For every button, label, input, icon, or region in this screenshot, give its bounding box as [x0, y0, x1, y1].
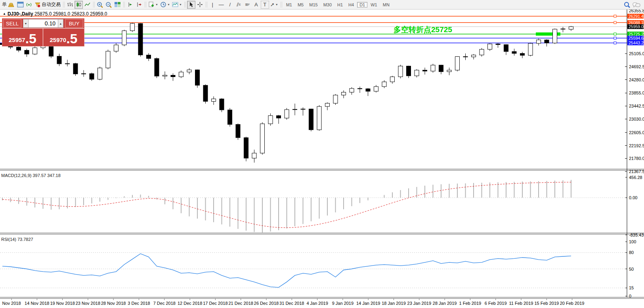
chart-window-button[interactable] [16, 1, 25, 9]
candlestick-button[interactable] [75, 1, 83, 9]
timeframe-M1[interactable]: M1 [284, 2, 294, 8]
date-label: 21 Dec 2018 [229, 301, 253, 306]
candle-body [317, 106, 321, 130]
search-button[interactable] [623, 1, 631, 9]
vertical-line-tool[interactable]: | [208, 1, 217, 9]
text-label-tool[interactable]: T [261, 1, 269, 9]
timeframe-W1[interactable]: W1 [368, 2, 380, 8]
price-tick-label: 23855.0 [629, 90, 644, 95]
price-tick-label: 21367.5 [629, 169, 644, 174]
candle-body [228, 110, 232, 125]
date-label: 15 Feb 2019 [534, 301, 559, 306]
volume-input[interactable]: 0.10 [29, 19, 58, 28]
timeframe-H1[interactable]: H1 [335, 2, 345, 8]
timeframe-H4[interactable]: H4 [346, 2, 356, 8]
zoom-out-icon [105, 2, 112, 8]
shift-end-button[interactable] [126, 1, 134, 9]
fibonacci-tool[interactable]: ≡F [243, 1, 252, 9]
rsi-tick-label: 50 [629, 267, 634, 271]
price-label-25959.0: 25959.0 [629, 24, 644, 29]
candle-body [260, 124, 265, 153]
candle-body [512, 52, 516, 54]
timeframe-MN[interactable]: MN [380, 2, 392, 8]
candle-body [342, 92, 346, 95]
date-label: 28 Jan 2019 [433, 301, 457, 306]
candle-body [309, 109, 313, 130]
search-icon [624, 2, 631, 8]
periods-button[interactable]: ▼ [159, 1, 171, 9]
timeframe-M30[interactable]: M30 [321, 2, 334, 8]
volume-stepper: ▼ 0.10 ▲ [23, 19, 63, 28]
line-handle[interactable] [614, 37, 616, 39]
candle-body [358, 89, 362, 89]
zoom-in-button[interactable] [96, 1, 104, 9]
dropdown-caret-icon: ▼ [167, 3, 170, 6]
candle-body [277, 116, 281, 118]
symbol-period-label: DJ30-,Daily [8, 11, 33, 17]
line-handle[interactable] [614, 21, 616, 24]
signals-button[interactable] [25, 1, 33, 9]
date-label: 14 Nov 2018 [25, 301, 49, 306]
horizontal-line-tool[interactable]: — [217, 1, 225, 9]
auto-scroll-button[interactable] [135, 1, 143, 9]
bar-chart-button[interactable] [66, 1, 74, 9]
candle-body [163, 75, 167, 76]
cursor-button[interactable] [187, 1, 195, 9]
panel-toggle-icon[interactable]: ▲ [3, 12, 6, 15]
candle-body [65, 64, 70, 64]
new-order-button[interactable] [7, 1, 16, 9]
sell-price-fraction: .5 [25, 33, 36, 44]
price-label-25594.6: 25594.6 [629, 36, 644, 40]
price-label-25443.2: 25443.2 [629, 40, 644, 45]
date-label: 3 Dec 2018 [128, 301, 150, 306]
timeframe-M5[interactable]: M5 [295, 2, 306, 8]
volume-decrease-button[interactable]: ▼ [23, 19, 29, 28]
line-handle[interactable] [614, 42, 616, 44]
candle-body [439, 65, 443, 72]
chat-icon [633, 2, 640, 8]
text-tool[interactable]: A [252, 1, 260, 9]
timeframe-D1[interactable]: D1 [357, 2, 367, 8]
line-handle[interactable] [614, 33, 616, 35]
chart-area[interactable]: 26355.825105.024692.524280.023855.023442… [0, 10, 644, 308]
buy-price-display[interactable]: 25970 .5 [43, 29, 84, 46]
auto-scroll-icon [136, 2, 142, 8]
date-label: 6 Feb 2019 [485, 301, 507, 306]
dropdown-caret-icon: ▼ [179, 3, 182, 6]
rsi-line [2, 254, 571, 287]
candle-body [350, 89, 354, 92]
candle-body [195, 70, 200, 85]
date-label: 17 Dec 2018 [203, 301, 227, 306]
chat-button[interactable] [632, 1, 641, 9]
toolbar-separator [123, 2, 125, 8]
date-label: 31 Dec 2018 [279, 301, 304, 306]
bar-chart-icon [67, 2, 73, 8]
tile-windows-button[interactable] [113, 1, 122, 9]
candle-body [130, 23, 135, 31]
line-handle[interactable] [614, 15, 616, 17]
candle-body [285, 110, 289, 118]
date-label: 28 Nov 2018 [101, 301, 126, 306]
arrows-tool[interactable]: ➚▼ [269, 1, 279, 9]
sell-price-display[interactable]: 25957 .5 [2, 29, 43, 46]
date-label: 26 Dec 2018 [254, 301, 279, 306]
crosshair-button[interactable] [196, 1, 204, 9]
volume-increase-button[interactable]: ▲ [58, 19, 63, 28]
candle-body [333, 95, 338, 104]
channel-tool[interactable]: ⫽E [235, 1, 243, 9]
candle-body [236, 124, 240, 137]
indicators-button[interactable]: ▼ [171, 1, 183, 9]
shift-end-icon [127, 2, 134, 8]
pivot-annotation-text: 多空转折点25725 [394, 25, 452, 35]
price-tick-label: 24280.0 [629, 77, 644, 82]
line-chart-button[interactable] [83, 1, 92, 9]
sell-button[interactable]: SELL [3, 19, 21, 28]
autotrading-button[interactable]: 自动交易 [34, 1, 61, 9]
new-chart-button[interactable]: ▼ [147, 1, 159, 9]
zoom-in-icon [97, 2, 103, 8]
zoom-out-button[interactable] [105, 1, 113, 9]
timeframe-M15[interactable]: M15 [307, 2, 320, 8]
chart-canvas[interactable]: 26355.825105.024692.524280.023855.023442… [0, 10, 644, 308]
trendline-tool[interactable]: / [226, 1, 234, 9]
buy-button[interactable]: BUY [65, 19, 83, 28]
